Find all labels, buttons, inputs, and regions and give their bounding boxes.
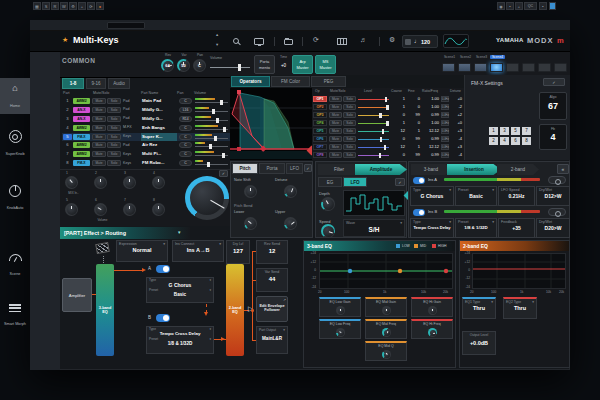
record-icon[interactable]: ● <box>96 2 104 10</box>
name-stepper-up[interactable]: ▴ <box>216 33 218 37</box>
collapse-button[interactable]: « <box>557 164 569 174</box>
common-volume-slider[interactable] <box>210 67 250 68</box>
tab-peg[interactable]: PEG <box>311 76 346 87</box>
window-icon[interactable]: ▦ <box>33 2 41 10</box>
mute-button[interactable]: Mute <box>92 160 106 166</box>
op-level-slider[interactable] <box>358 151 389 158</box>
pan-value[interactable]: C <box>179 151 192 157</box>
algo-box[interactable]: Algo 67 <box>539 92 567 120</box>
slot-a-box[interactable]: Type▾ G Chorus Preset▾ Basic <box>146 277 214 303</box>
operator-row-7[interactable]: OP7MuteSolo 12112.12 0.0Hz+3 <box>312 143 464 151</box>
scene5-pad[interactable] <box>506 63 519 72</box>
solo-button[interactable]: Solo <box>107 107 121 113</box>
eq1-type-select[interactable]: EQ1 Type▾ Thru <box>462 297 496 319</box>
op-mute-button[interactable]: Mute <box>329 96 342 102</box>
add-icon[interactable]: + <box>78 2 86 10</box>
pan-value[interactable]: C <box>179 134 192 140</box>
op-level-slider[interactable] <box>358 127 389 134</box>
operator-row-8[interactable]: OP8MuteSolo 0990.99 0.0Hz-4 <box>312 151 464 159</box>
op-solo-button[interactable]: Solo <box>343 112 356 118</box>
op-solo-button[interactable]: Solo <box>343 104 356 110</box>
op-solo-button[interactable]: Solo <box>343 120 356 126</box>
envelope-graph[interactable] <box>230 88 312 160</box>
name-stepper-down[interactable]: ▾ <box>216 42 218 47</box>
scene6-pad[interactable] <box>522 63 535 72</box>
part-row-8[interactable]: 8FM-X MuteSolo KeysFM Robo... C <box>62 159 230 167</box>
op-solo-button[interactable]: Solo <box>343 96 356 102</box>
op-level-slider[interactable] <box>358 103 389 110</box>
eq-low-freq-knob[interactable] <box>336 328 345 337</box>
loop-icon[interactable]: ⟳ <box>87 2 95 10</box>
folder-icon[interactable] <box>284 39 293 45</box>
mute-button[interactable]: Mute <box>92 125 106 131</box>
sync-icon[interactable]: ⟳ <box>313 36 319 44</box>
superknob-check-button[interactable]: ✓ <box>219 170 228 177</box>
scene8-pad[interactable] <box>554 63 567 72</box>
ins-a-type[interactable]: Type▾ G Chorus <box>410 186 454 206</box>
tab-amplitude[interactable]: Amplitude <box>355 164 407 175</box>
ins-b-feedback[interactable]: Feedback +35 <box>498 218 535 238</box>
ins-connect-select[interactable]: Ins Connect▾ Ins A→B <box>172 240 224 262</box>
solo-button[interactable]: Solo <box>107 151 121 157</box>
tab-parts-9-16[interactable]: 9-16 <box>86 78 106 89</box>
op-mute-button[interactable]: Mute <box>329 128 342 134</box>
performance-name[interactable]: Multi-Keys <box>73 35 119 45</box>
tab-parts-1-8[interactable]: 1-8 <box>62 78 84 89</box>
op-level-slider[interactable] <box>358 119 389 126</box>
depth-knob[interactable] <box>321 197 335 211</box>
dry-level-box[interactable]: Dry Lvl 127 <box>226 240 250 264</box>
common-volume-handle[interactable] <box>238 64 241 71</box>
ins-b-toggle[interactable] <box>413 209 425 216</box>
op-mute-button[interactable]: Mute <box>329 136 342 142</box>
solo-button[interactable]: Solo <box>107 98 121 104</box>
eq-mid-freq-knob[interactable] <box>382 328 391 337</box>
pitch-check-button[interactable]: ✓ <box>304 164 312 172</box>
display-icon[interactable] <box>254 38 264 45</box>
eq2-type-select[interactable]: EQ2 Type▾ Thru <box>503 297 537 319</box>
op-mute-button[interactable]: Mute <box>329 120 342 126</box>
eq3-graph[interactable] <box>319 253 453 289</box>
eq-mid-gain-knob[interactable] <box>382 306 391 315</box>
assign-knob-1[interactable] <box>65 176 78 189</box>
mute-button[interactable]: Mute <box>92 116 106 122</box>
mute-button[interactable]: Mute <box>92 98 106 104</box>
assign-knob-4[interactable] <box>152 176 165 189</box>
portamento-button[interactable]: Portamento <box>254 55 275 74</box>
tool-icon[interactable]: + <box>515 2 523 10</box>
op-level-slider[interactable] <box>358 143 389 150</box>
eq3-block[interactable]: 3-band EQ <box>96 264 114 356</box>
operator-row-6[interactable]: OP6MuteSolo 0990.99 0.0Hz-4 <box>312 135 464 143</box>
op-mute-button[interactable]: Mute <box>329 112 342 118</box>
panel-toggle-icon[interactable]: ■ <box>549 2 556 10</box>
tab-2band[interactable]: 2-band <box>497 164 539 175</box>
volume-slider[interactable] <box>195 133 228 141</box>
op-mute-button[interactable]: Mute <box>329 144 342 150</box>
ins-a-dry-wet[interactable]: Dry/Wet D12>W <box>536 186 570 206</box>
op-mute-button[interactable]: Mute <box>329 152 342 158</box>
expression-select[interactable]: Expression▾ Normal <box>116 240 168 262</box>
pitch-bend-lower-knob[interactable] <box>244 217 257 230</box>
pan-value[interactable]: C <box>179 125 192 131</box>
pan-knob[interactable]: C <box>193 59 206 72</box>
part-row-7[interactable]: 7AWM2 MuteSolo KeysMulti Pi... C <box>62 150 230 158</box>
music-notes-icon[interactable]: ♬ <box>360 36 367 43</box>
operator-row-5[interactable]: OP5MuteSolo 12112.12 0.0Hz+3 <box>312 127 464 135</box>
scene1-pad[interactable] <box>442 63 455 72</box>
solo-button[interactable]: Solo <box>107 125 121 131</box>
assign-knob-6[interactable] <box>94 203 107 216</box>
eq-hi-gain[interactable]: EQ Hi Gain <box>411 297 453 317</box>
solo-button[interactable]: Solo <box>107 142 121 148</box>
tab-fm-color[interactable]: FM Color <box>271 76 310 87</box>
write-icon[interactable]: W <box>60 2 68 10</box>
menu-search-input[interactable] <box>107 22 145 29</box>
detune-knob[interactable] <box>284 185 297 198</box>
eq2-graph[interactable] <box>472 253 566 289</box>
op-level-slider[interactable] <box>358 95 389 102</box>
pitch-bend-upper-knob[interactable] <box>284 217 297 230</box>
pan-value[interactable]: L16 <box>179 107 192 113</box>
solo-button[interactable]: Solo <box>107 160 121 166</box>
tab-operators[interactable]: Operators <box>231 76 270 87</box>
ins-b-type[interactable]: Type▾ Tempo Cross Delay <box>410 218 454 238</box>
output-level-box[interactable]: Output Level +0.0dB <box>462 331 496 355</box>
keyboard-icon[interactable] <box>337 38 347 45</box>
